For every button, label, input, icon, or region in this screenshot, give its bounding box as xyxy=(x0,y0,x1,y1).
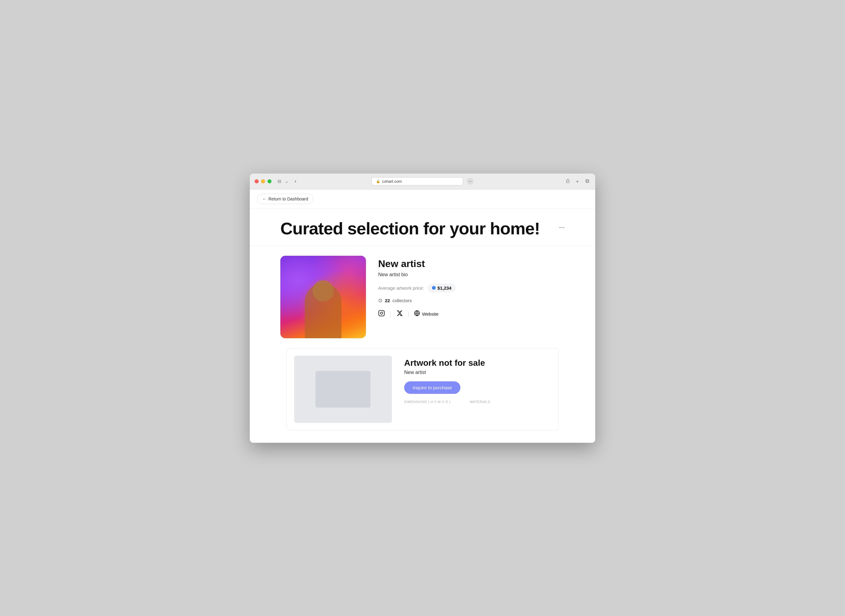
price-value: $1,234 xyxy=(438,285,451,290)
dimensions-label: DIMENSIONS ( H X W X D ): xyxy=(404,400,451,403)
social-row: | | xyxy=(378,310,565,318)
collectors-label: collectors xyxy=(392,298,412,303)
sidebar-icon: ⊟ xyxy=(276,177,282,185)
page-content: ← Return to Dashboard Curated selection … xyxy=(250,189,595,443)
back-arrow-icon: ← xyxy=(262,197,267,201)
price-badge: $1,234 xyxy=(428,283,456,292)
artist-info: New artist New artist bio Average artwor… xyxy=(378,256,565,318)
title-bar: ⊟ ⌄ ‹ 🔒 cohart.com ··· ⎙ ＋ ⧉ xyxy=(250,173,595,189)
price-dot-icon xyxy=(432,286,436,290)
artwork-placeholder xyxy=(316,371,370,408)
back-button-label: Return to Dashboard xyxy=(268,197,308,201)
lock-icon: 🔒 xyxy=(376,179,380,183)
svg-point-1 xyxy=(380,312,382,314)
artwork-section-wrapper: Artwork not for sale New artist Inquire … xyxy=(250,348,595,443)
artist-section: New artist New artist bio Average artwor… xyxy=(250,246,595,348)
collectors-icon: ⊙ xyxy=(378,297,382,304)
return-to-dashboard-button[interactable]: ← Return to Dashboard xyxy=(257,194,313,204)
url-more-button[interactable]: ··· xyxy=(467,178,473,185)
artwork-artist-name: New artist xyxy=(404,370,551,375)
artwork-card: Artwork not for sale New artist Inquire … xyxy=(287,348,558,431)
nav-bar: ← Return to Dashboard xyxy=(250,189,595,209)
dimensions-row: DIMENSIONS ( H X W X D ): MATERIALS: xyxy=(404,400,551,405)
minimize-button[interactable] xyxy=(261,179,265,183)
collectors-count: 22 xyxy=(385,298,390,303)
artist-name: New artist xyxy=(378,258,565,270)
new-tab-icon[interactable]: ＋ xyxy=(573,177,581,186)
hero-section: Curated selection for your home! ··· xyxy=(250,209,595,246)
materials-column: MATERIALS: xyxy=(470,400,491,405)
svg-rect-0 xyxy=(379,310,384,315)
back-nav-icon[interactable]: ‹ xyxy=(294,177,297,185)
chevron-down-icon: ⌄ xyxy=(284,177,290,185)
title-bar-actions: ⎙ ＋ ⧉ xyxy=(565,177,590,186)
instagram-icon[interactable] xyxy=(378,310,385,318)
artwork-info: Artwork not for sale New artist Inquire … xyxy=(404,356,551,423)
page-title: Curated selection for your home! xyxy=(280,219,540,238)
price-row: Average artwork price: $1,234 xyxy=(378,283,565,292)
share-icon[interactable]: ⎙ xyxy=(565,177,570,185)
maximize-button[interactable] xyxy=(267,179,272,183)
artist-bio: New artist bio xyxy=(378,272,565,277)
url-text: cohart.com xyxy=(382,179,402,183)
close-button[interactable] xyxy=(255,179,259,183)
website-label: Website xyxy=(422,311,438,317)
website-link[interactable]: Website xyxy=(414,310,438,318)
tabs-icon[interactable]: ⧉ xyxy=(584,177,590,185)
traffic-lights xyxy=(255,179,272,183)
social-divider-2: | xyxy=(408,311,409,317)
artist-image-inner xyxy=(280,256,366,338)
browser-window: ⊟ ⌄ ‹ 🔒 cohart.com ··· ⎙ ＋ ⧉ xyxy=(250,173,595,443)
artwork-title: Artwork not for sale xyxy=(404,358,551,368)
svg-point-2 xyxy=(383,311,384,312)
artist-image xyxy=(280,256,366,338)
hero-more-icon[interactable]: ··· xyxy=(559,223,565,231)
inquire-button[interactable]: Inquire to purchase xyxy=(404,381,460,394)
artwork-image xyxy=(294,356,392,423)
sidebar-toggle[interactable]: ⊟ ⌄ xyxy=(276,177,290,185)
ellipsis-icon: ··· xyxy=(468,179,472,183)
social-divider: | xyxy=(390,311,391,317)
globe-icon xyxy=(414,310,420,318)
collectors-row: ⊙ 22 collectors xyxy=(378,297,565,304)
dimensions-column: DIMENSIONS ( H X W X D ): xyxy=(404,400,451,405)
url-input[interactable]: 🔒 cohart.com xyxy=(372,177,463,185)
twitter-icon[interactable] xyxy=(396,310,403,318)
url-bar: 🔒 cohart.com ··· xyxy=(372,177,473,185)
materials-label: MATERIALS: xyxy=(470,400,491,403)
artist-photo xyxy=(280,256,366,338)
price-label: Average artwork price: xyxy=(378,285,424,290)
